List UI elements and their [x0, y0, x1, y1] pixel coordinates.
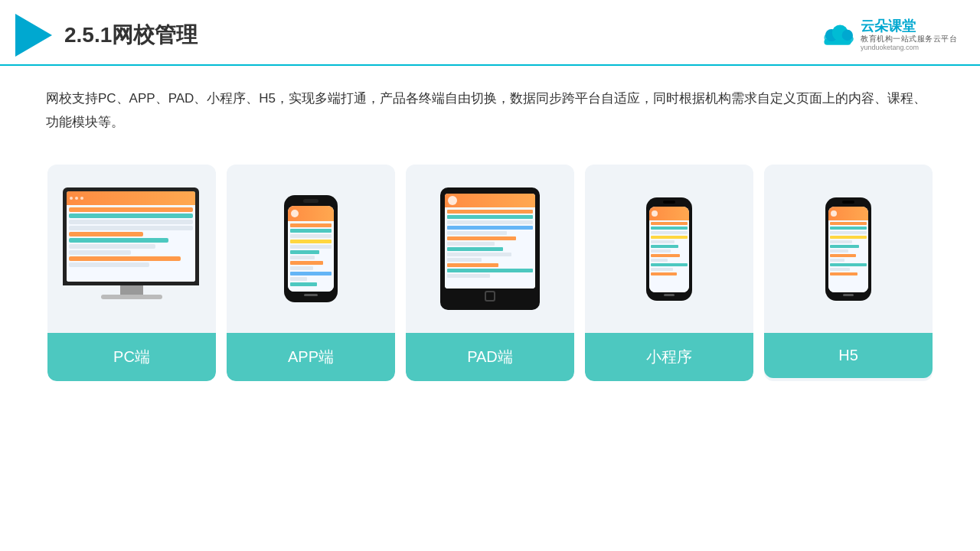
app-image-area: [227, 165, 395, 333]
card-app-label: APP端: [227, 333, 395, 381]
header-left: 2.5.1网校管理: [15, 14, 198, 57]
card-miniprogram-label: 小程序: [585, 333, 753, 381]
page-title: 2.5.1网校管理: [64, 21, 198, 50]
brand-name: 云朵课堂: [861, 18, 916, 35]
pc-image-area: [47, 165, 216, 333]
cloud-icon: [819, 21, 856, 49]
h5-image-area: [764, 165, 933, 333]
h5-phone-mockup: [825, 197, 871, 301]
header: 2.5.1网校管理 云朵课堂 教育机构一站式服务云平台 yunduoketang…: [0, 0, 980, 66]
description-text: 网校支持PC、APP、PAD、小程序、H5，实现多端打通，产品各终端自由切换，数…: [0, 66, 980, 142]
tablet-mockup: [440, 187, 540, 310]
card-pad-label: PAD端: [406, 333, 574, 381]
logo-triangle-icon: [15, 14, 52, 57]
card-miniprogram: 小程序: [585, 165, 753, 381]
card-pc-label: PC端: [47, 333, 216, 381]
brand-url: yunduoketang.com: [861, 44, 919, 52]
svg-point-6: [842, 30, 853, 41]
brand-logo: 云朵课堂 教育机构一站式服务云平台 yunduoketang.com: [819, 18, 957, 52]
pc-mockup: [63, 187, 201, 310]
card-h5: H5: [764, 165, 933, 381]
card-pad: PAD端: [406, 165, 574, 381]
brand-sub: 教育机构一站式服务云平台: [861, 34, 957, 44]
brand-text-block: 云朵课堂 教育机构一站式服务云平台 yunduoketang.com: [861, 18, 957, 52]
miniprogram-image-area: [585, 165, 753, 333]
app-phone-mockup: [284, 195, 338, 302]
card-app: APP端: [227, 165, 395, 381]
miniprogram-phone-mockup: [646, 197, 692, 301]
description-paragraph: 网校支持PC、APP、PAD、小程序、H5，实现多端打通，产品各终端自由切换，数…: [46, 87, 934, 134]
header-right: 云朵课堂 教育机构一站式服务云平台 yunduoketang.com: [819, 18, 957, 52]
cards-container: PC端: [0, 142, 980, 396]
card-h5-label: H5: [764, 333, 933, 378]
pad-image-area: [406, 165, 574, 333]
card-pc: PC端: [47, 165, 216, 381]
